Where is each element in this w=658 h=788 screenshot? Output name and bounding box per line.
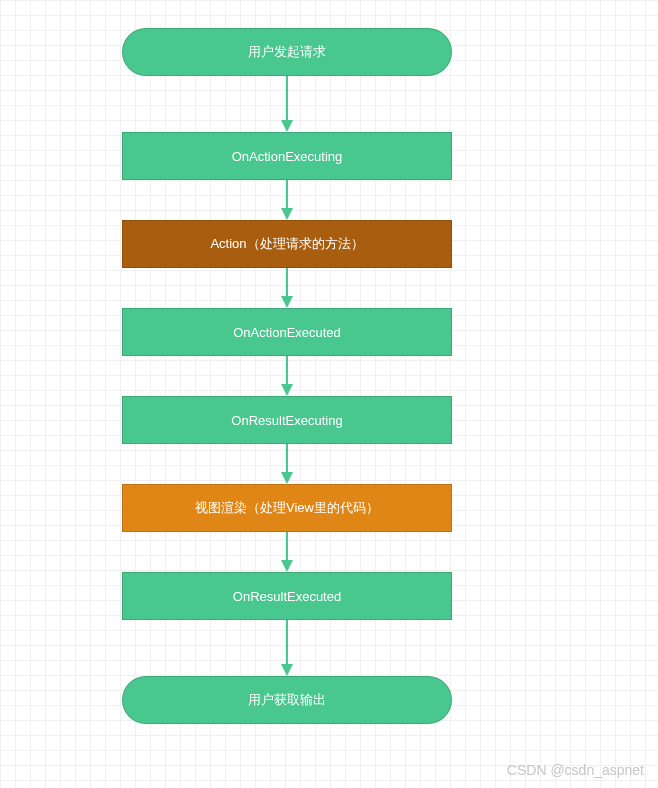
node-label: OnActionExecuted	[233, 325, 341, 340]
flowchart-node-view-render: 视图渲染（处理View里的代码）	[122, 484, 452, 532]
flowchart-container: 用户发起请求 OnActionExecuting Action（处理请求的方法）…	[122, 28, 452, 724]
flowchart-node-start: 用户发起请求	[122, 28, 452, 76]
flowchart-node-on-result-executed: OnResultExecuted	[122, 572, 452, 620]
flowchart-node-on-action-executing: OnActionExecuting	[122, 132, 452, 180]
node-label: 用户发起请求	[248, 43, 326, 61]
node-label: OnActionExecuting	[232, 149, 343, 164]
node-label: 视图渲染（处理View里的代码）	[195, 499, 379, 517]
flowchart-arrow	[281, 180, 293, 220]
flowchart-arrow	[281, 532, 293, 572]
node-label: OnResultExecuting	[231, 413, 342, 428]
flowchart-arrow	[281, 76, 293, 132]
flowchart-node-on-action-executed: OnActionExecuted	[122, 308, 452, 356]
flowchart-arrow	[281, 620, 293, 676]
flowchart-node-action: Action（处理请求的方法）	[122, 220, 452, 268]
node-label: OnResultExecuted	[233, 589, 341, 604]
node-label: 用户获取输出	[248, 691, 326, 709]
flowchart-arrow	[281, 268, 293, 308]
flowchart-node-end: 用户获取输出	[122, 676, 452, 724]
flowchart-node-on-result-executing: OnResultExecuting	[122, 396, 452, 444]
flowchart-arrow	[281, 356, 293, 396]
node-label: Action（处理请求的方法）	[210, 235, 363, 253]
flowchart-arrow	[281, 444, 293, 484]
watermark: CSDN @csdn_aspnet	[507, 762, 644, 778]
